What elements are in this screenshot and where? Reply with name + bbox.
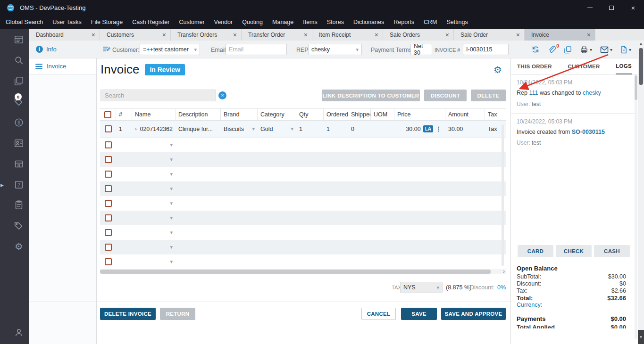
menu-cash-register[interactable]: Cash Register (127, 15, 174, 29)
customer-input[interactable] (143, 46, 194, 53)
help-box-icon[interactable]: ? (14, 180, 24, 190)
contact-card-icon[interactable] (14, 138, 24, 148)
dollar-icon[interactable]: $ (14, 117, 24, 128)
tab-transfer-order[interactable]: Transfer Order × (242, 29, 312, 41)
email-fieldbox[interactable] (226, 44, 287, 55)
search-input[interactable] (100, 90, 216, 101)
tab-transfer-orders[interactable]: Transfer Orders × (171, 29, 242, 41)
discount-button[interactable]: DISCOUNT (424, 90, 467, 101)
email-input[interactable] (229, 46, 284, 53)
log-link[interactable]: 111 (529, 90, 538, 96)
maximize-button[interactable] (601, 0, 622, 15)
row-checkbox[interactable] (105, 200, 112, 207)
close-icon[interactable]: × (162, 32, 166, 38)
tab-item-receipt[interactable]: Item Receipt × (312, 29, 383, 41)
menu-quoting[interactable]: Quoting (237, 15, 268, 29)
row-checkbox[interactable] (105, 125, 112, 132)
check-button[interactable]: CHECK (556, 245, 592, 257)
scrollbar-thumb[interactable] (639, 48, 643, 85)
chevron-down-icon[interactable]: ▾ (170, 201, 173, 206)
search-icon[interactable] (14, 55, 24, 66)
customer-edit-icon[interactable] (103, 46, 110, 55)
close-icon[interactable]: × (233, 32, 237, 38)
cell-name[interactable]: 0207142362 (132, 121, 176, 137)
menu-user-tasks[interactable]: User Tasks (48, 15, 86, 29)
tab-logs[interactable]: LOGS (616, 58, 632, 74)
scroll-up-icon[interactable]: ▲ (638, 41, 644, 46)
return-button[interactable]: RETURN (160, 308, 195, 320)
attachment-icon[interactable]: 0 (548, 46, 556, 54)
menu-reports[interactable]: Reports (389, 15, 419, 29)
menu-vendor[interactable]: Vendor (209, 15, 238, 29)
save-and-approve-button[interactable]: SAVE AND APPROVE (441, 308, 506, 320)
close-icon[interactable]: × (445, 32, 449, 38)
close-button[interactable]: × (622, 0, 644, 15)
cell-brand[interactable]: Biscuits ▾ (221, 121, 258, 137)
tab-sale-orders[interactable]: Sale Orders × (383, 29, 454, 41)
chevron-down-icon[interactable]: ▾ (629, 47, 631, 52)
panel-expander-icon[interactable]: ▶ (0, 183, 4, 188)
menu-dictionaries[interactable]: Dictionaries (349, 15, 389, 29)
delete-button[interactable]: DELETE (471, 90, 506, 101)
currency-link[interactable]: Currency: (517, 302, 626, 309)
minimize-button[interactable] (579, 0, 601, 15)
chevron-down-icon[interactable]: ▾ (291, 126, 293, 131)
customer-combobox[interactable]: ▾ (140, 44, 200, 55)
link-description-button[interactable]: LINK DESCRIPTION TO CUSTOMER (322, 90, 420, 101)
chevron-down-icon[interactable]: ▾ (436, 285, 439, 290)
chevron-down-icon[interactable]: ▾ (170, 186, 173, 191)
cell-qty[interactable]: 1 (296, 121, 324, 137)
tab-invoice[interactable]: Invoice × (525, 29, 595, 41)
cash-button[interactable]: CASH (594, 245, 630, 257)
cancel-button[interactable]: CANCEL (361, 308, 396, 320)
copy-icon[interactable] (564, 46, 572, 54)
save-button[interactable]: SAVE (401, 308, 437, 320)
menu-settings[interactable]: Settings (442, 15, 472, 29)
scroll-right-icon[interactable]: › (503, 268, 505, 275)
close-icon[interactable]: × (304, 32, 308, 38)
card-button[interactable]: CARD (518, 245, 553, 257)
info-label[interactable]: Info (46, 46, 57, 53)
panel-scrollbar[interactable] (635, 75, 637, 339)
chevron-down-icon[interactable]: ▾ (356, 47, 359, 52)
select-all-checkbox[interactable] (104, 111, 111, 118)
tab-sale-order[interactable]: Sale Order × (454, 29, 525, 41)
menu-global-search[interactable]: Global Search (1, 15, 48, 29)
email-send-button[interactable]: ▾ (600, 46, 612, 53)
table-scrollbar-vertical[interactable] (502, 124, 504, 266)
chevron-down-icon[interactable]: ▾ (170, 142, 173, 147)
rep-combobox[interactable]: chesky ▾ (308, 44, 362, 55)
payment-terms-field[interactable]: Net 30 (410, 44, 432, 55)
delete-invoice-button[interactable]: DELETE INVOICE (100, 308, 156, 320)
dashboard-icon[interactable] (14, 34, 24, 45)
store-icon[interactable] (14, 159, 24, 169)
tax-combobox[interactable]: NYS ▾ (400, 282, 443, 293)
chevron-down-icon[interactable]: ▾ (590, 47, 592, 52)
table-scrollbar-horizontal[interactable]: › (100, 269, 506, 274)
row-checkbox[interactable] (105, 258, 112, 265)
discount-value[interactable]: 0% (497, 284, 506, 291)
tab-customers[interactable]: Customers × (100, 29, 171, 41)
scrollbar-thumb[interactable] (635, 75, 637, 100)
tab-dashboard[interactable]: Dashboard × (29, 29, 100, 41)
chevron-down-icon[interactable]: ▾ (610, 47, 612, 52)
chevron-down-icon[interactable]: ▾ (170, 157, 173, 162)
chevron-down-icon[interactable]: ▾ (252, 126, 255, 131)
row-checkbox[interactable] (105, 156, 112, 163)
close-icon[interactable]: × (92, 32, 95, 38)
cell-uom[interactable] (371, 121, 394, 137)
clipboard-icon[interactable] (14, 200, 24, 210)
row-checkbox[interactable] (105, 214, 112, 221)
close-icon[interactable]: × (516, 32, 520, 38)
menu-crm[interactable]: CRM (419, 15, 442, 29)
cell-price[interactable]: 30.00 LA ⋮ (394, 121, 445, 137)
window-scrollbar[interactable]: ▲ ▼ (638, 41, 644, 344)
menu-manage[interactable]: Manage (268, 15, 298, 29)
log-link[interactable]: chesky (583, 90, 601, 96)
settings-gear-icon[interactable]: ⚙ (493, 64, 502, 75)
chevron-down-icon[interactable]: ▾ (170, 215, 173, 221)
table-row[interactable]: 1 0207142362 Clinique for... Biscuits ▾ … (100, 121, 506, 138)
row-checkbox[interactable] (105, 171, 112, 178)
row-checkbox[interactable] (105, 141, 112, 148)
user-icon[interactable] (14, 327, 24, 337)
